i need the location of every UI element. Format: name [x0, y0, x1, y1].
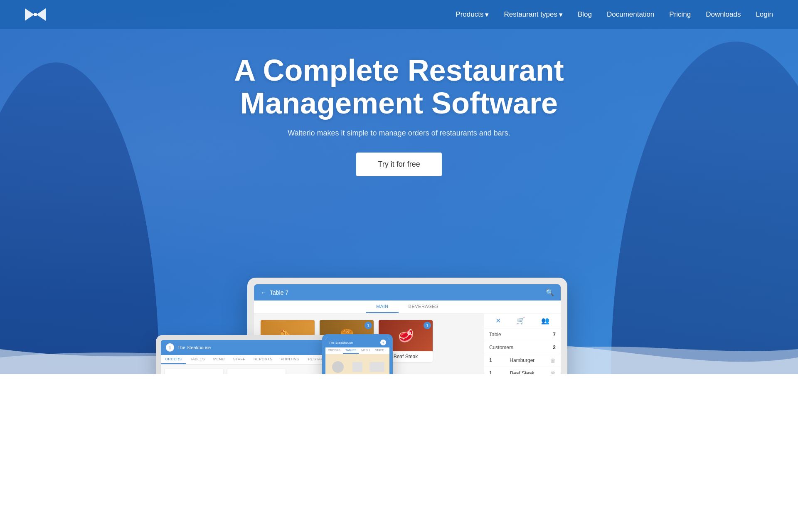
phone-nav-tables[interactable]: TABLES — [343, 347, 359, 354]
logo[interactable] — [25, 8, 46, 21]
restaurant-types-dropdown-arrow: ▾ — [559, 10, 563, 19]
nav-login[interactable]: Login — [756, 10, 773, 19]
order-card-table5: Waiter/ess: 4x Table 5 1 Hot Dog 1 Hambu… — [165, 369, 223, 374]
steak-label: Beaf Steak — [390, 351, 421, 362]
order-item-steak: 1 Beaf Steak 🗑 — [484, 367, 561, 374]
table-shape-circle-1[interactable] — [330, 358, 346, 374]
table-shape-square-1[interactable] — [349, 358, 365, 374]
order-customers-row: Customers 2 — [484, 341, 561, 354]
table-shape-rect-1[interactable] — [369, 358, 385, 374]
nav-downloads[interactable]: Downloads — [706, 10, 741, 19]
navbar: Products ▾ Restaurant types ▾ Blog Docum… — [0, 0, 798, 29]
order-waiter-label-2: Waiter/ess: 4x — [232, 373, 281, 374]
item-name-steak: Beaf Steak — [510, 370, 534, 374]
hamburger-badge: 1 — [365, 322, 372, 329]
app-table-title: Table 7 — [270, 289, 288, 296]
phone-restaurant-name: The Steakhouse — [329, 341, 353, 345]
mgmt-restaurant-name: The Steakhouse — [177, 345, 211, 350]
management-device: 🍴 The Steakhouse Hello ORDERS TABLES MEN… — [156, 335, 360, 374]
search-icon[interactable]: 🔍 — [546, 288, 554, 296]
app-tab-main[interactable]: MAIN — [366, 300, 399, 313]
mgmt-nav-orders[interactable]: ORDERS — [161, 355, 186, 364]
order-waiter-label: Waiter/ess: 4x — [169, 373, 219, 374]
steak-badge: 1 — [424, 322, 431, 329]
mgmt-logo: 🍴 — [166, 343, 174, 352]
table-label: Table — [489, 332, 501, 337]
phone-screen: The Steakhouse ? ORDERS TABLES MENU STAF… — [325, 337, 389, 374]
mgmt-nav-reports[interactable]: REPORTS — [249, 355, 276, 364]
svg-point-2 — [34, 13, 37, 16]
delete-hamburger[interactable]: 🗑 — [550, 357, 556, 364]
nav-pricing[interactable]: Pricing — [669, 10, 691, 19]
app-tabs: MAIN BEVERAGES — [254, 300, 561, 313]
hero-title: A Complete Restaurant Management Softwar… — [234, 54, 564, 120]
phone-nav: ORDERS TABLES MENU STAFF — [325, 347, 389, 354]
order-tab-icon-3[interactable]: 👥 — [541, 317, 549, 325]
customers-label: Customers — [489, 345, 513, 350]
hero-content: A Complete Restaurant Management Softwar… — [234, 54, 564, 176]
qty-1: 1 — [489, 357, 492, 363]
table-value: 7 — [553, 332, 556, 337]
bowtie-icon — [25, 8, 46, 21]
navbar-links: Products ▾ Restaurant types ▾ Blog Docum… — [456, 10, 773, 19]
app-tab-beverages[interactable]: BEVERAGES — [399, 300, 448, 313]
order-tab-icon-2[interactable]: 🛒 — [517, 317, 525, 325]
hero-subtitle: Waiterio makes it simple to manage order… — [234, 129, 564, 138]
devices-container: 🍴 The Steakhouse Hello ORDERS TABLES MEN… — [222, 278, 576, 374]
hero-section: A Complete Restaurant Management Softwar… — [0, 0, 798, 374]
nav-documentation[interactable]: Documentation — [607, 10, 654, 19]
nav-restaurant-types[interactable]: Restaurant types ▾ — [504, 10, 563, 19]
item-name-hamburger: Hamburger — [510, 357, 534, 363]
order-panel: ✕ 🛒 👥 Table 7 Customers 2 — [484, 313, 561, 374]
order-card-table7: Waiter/ess: 4x Table 7 1 Hamburger 1 Bee… — [227, 369, 286, 374]
customers-value: 2 — [553, 345, 556, 350]
try-free-button[interactable]: Try it for free — [356, 153, 441, 176]
phone-header: The Steakhouse ? — [325, 337, 389, 347]
mgmt-nav-printing[interactable]: PRINTING — [276, 355, 303, 364]
phone-device: The Steakhouse ? ORDERS TABLES MENU STAF… — [322, 334, 393, 374]
order-item-hamburger: 1 Hamburger 🗑 — [484, 354, 561, 367]
nav-blog[interactable]: Blog — [578, 10, 592, 19]
phone-nav-staff[interactable]: STAFF — [372, 347, 387, 354]
nav-products[interactable]: Products ▾ — [456, 10, 489, 19]
table-map — [325, 354, 389, 374]
phone-help-icon: ? — [380, 340, 386, 345]
phone-nav-orders[interactable]: ORDERS — [325, 347, 343, 354]
mgmt-nav-tables[interactable]: TABLES — [186, 355, 209, 364]
mgmt-nav-menu[interactable]: MENU — [209, 355, 229, 364]
qty-2: 1 — [489, 370, 492, 374]
svg-marker-0 — [25, 8, 34, 21]
order-tab-icon-1[interactable]: ✕ — [495, 317, 501, 325]
order-table-row: Table 7 — [484, 328, 561, 341]
products-dropdown-arrow: ▾ — [485, 10, 489, 19]
mgmt-nav-staff[interactable]: STAFF — [229, 355, 249, 364]
back-arrow-icon[interactable]: ← — [261, 289, 266, 296]
svg-marker-1 — [37, 8, 46, 21]
phone-nav-menu[interactable]: MENU — [359, 347, 372, 354]
app-header: ← Table 7 🔍 — [254, 284, 561, 300]
order-panel-tab-icons: ✕ 🛒 👥 — [484, 313, 561, 328]
app-header-left: ← Table 7 — [261, 289, 288, 296]
delete-steak[interactable]: 🗑 — [550, 370, 556, 374]
